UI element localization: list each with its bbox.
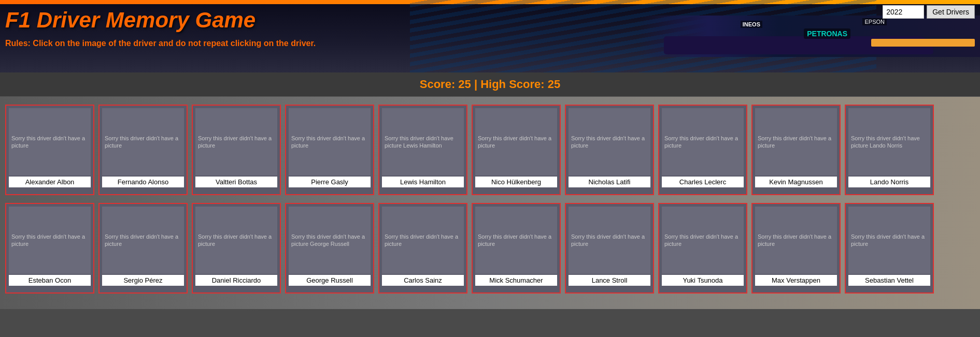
driver-image-area: Sorry this driver didn't have a picture … xyxy=(289,207,371,274)
driver-image-area: Sorry this driver didn't have a picture xyxy=(102,108,184,175)
driver-image-placeholder: Sorry this driver didn't have a picture xyxy=(571,135,648,150)
driver-name: George Russell xyxy=(289,275,371,286)
driver-card[interactable]: Sorry this driver didn't have a pictureN… xyxy=(472,105,561,195)
driver-name: Fernando Alonso xyxy=(102,177,184,187)
driver-image-placeholder: Sorry this driver didn't have a picture … xyxy=(291,233,368,248)
driver-card[interactable]: Sorry this driver didn't have picture Le… xyxy=(378,105,467,195)
driver-image-placeholder: Sorry this driver didn't have a picture xyxy=(478,233,555,248)
driver-name: Carlos Sainz xyxy=(382,275,464,286)
driver-card[interactable]: Sorry this driver didn't have a pictureY… xyxy=(658,203,747,294)
driver-card[interactable]: Sorry this driver didn't have a pictureM… xyxy=(472,203,561,294)
driver-name: Mick Schumacher xyxy=(475,275,557,286)
driver-image-area: Sorry this driver didn't have picture Le… xyxy=(382,108,464,175)
driver-image-placeholder: Sorry this driver didn't have a picture xyxy=(198,135,275,150)
driver-image-placeholder: Sorry this driver didn't have a picture xyxy=(758,233,834,248)
driver-image-placeholder: Sorry this driver didn't have a picture xyxy=(105,233,181,248)
driver-image-area: Sorry this driver didn't have a picture xyxy=(848,207,930,274)
driver-image-area: Sorry this driver didn't have a picture xyxy=(9,207,91,274)
driver-name: Yuki Tsunoda xyxy=(662,275,744,286)
driver-name: Sergio Pérez xyxy=(102,275,184,286)
driver-image-placeholder: Sorry this driver didn't have a picture xyxy=(851,233,928,248)
score-text: Score: 25 | High Score: 25 xyxy=(420,78,560,91)
driver-image-placeholder: Sorry this driver didn't have a picture xyxy=(758,135,834,150)
driver-name: Esteban Ocon xyxy=(9,275,91,286)
driver-card[interactable]: Sorry this driver didn't have a pictureC… xyxy=(658,105,747,195)
driver-card[interactable]: Sorry this driver didn't have a pictureV… xyxy=(192,105,281,195)
driver-name: Lewis Hamilton xyxy=(382,177,464,187)
ineos-badge: INEOS xyxy=(741,21,762,28)
year-input[interactable] xyxy=(883,5,924,19)
driver-image-placeholder: Sorry this driver didn't have a picture xyxy=(11,233,88,248)
driver-name: Lance Stroll xyxy=(569,275,650,286)
driver-image-area: Sorry this driver didn't have picture La… xyxy=(848,108,930,175)
driver-image-area: Sorry this driver didn't have a picture xyxy=(102,207,184,274)
driver-image-placeholder: Sorry this driver didn't have a picture xyxy=(198,233,275,248)
driver-card[interactable]: Sorry this driver didn't have a pictureM… xyxy=(751,203,841,294)
driver-name: Nico Hülkenberg xyxy=(475,177,557,187)
driver-name: Pierre Gasly xyxy=(289,177,371,187)
driver-card[interactable]: Sorry this driver didn't have picture La… xyxy=(845,105,934,195)
petronas-badge: PETRONAS xyxy=(804,28,850,39)
driver-name: Nicholas Latifi xyxy=(569,177,650,187)
driver-image-area: Sorry this driver didn't have a picture xyxy=(195,207,277,274)
driver-image-area: Sorry this driver didn't have a picture xyxy=(662,108,744,175)
driver-image-area: Sorry this driver didn't have a picture xyxy=(195,108,277,175)
driver-image-area: Sorry this driver didn't have a picture xyxy=(569,207,650,274)
driver-card[interactable]: Sorry this driver didn't have a pictureD… xyxy=(192,203,281,294)
driver-name: Valtteri Bottas xyxy=(195,177,277,187)
year-controls: Get Drivers xyxy=(883,5,975,19)
driver-card[interactable]: Sorry this driver didn't have a pictureS… xyxy=(98,203,188,294)
driver-name: Kevin Magnussen xyxy=(755,177,837,187)
driver-name: Alexander Albon xyxy=(9,177,91,187)
cards-section: Sorry this driver didn't have a pictureA… xyxy=(0,97,980,309)
driver-image-placeholder: Sorry this driver didn't have picture Le… xyxy=(385,135,461,150)
driver-card[interactable]: Sorry this driver didn't have a picture … xyxy=(285,203,374,294)
driver-image-placeholder: Sorry this driver didn't have a picture xyxy=(478,135,555,150)
driver-image-placeholder: Sorry this driver didn't have a picture xyxy=(105,135,181,150)
driver-card[interactable]: Sorry this driver didn't have a pictureF… xyxy=(98,105,188,195)
driver-image-area: Sorry this driver didn't have a picture xyxy=(9,108,91,175)
driver-name: Sebastian Vettel xyxy=(848,275,930,286)
driver-image-placeholder: Sorry this driver didn't have picture La… xyxy=(851,135,928,150)
driver-image-area: Sorry this driver didn't have a picture xyxy=(382,207,464,274)
driver-image-area: Sorry this driver didn't have a picture xyxy=(569,108,650,175)
app-title: F1 Driver Memory Game xyxy=(5,8,255,33)
driver-image-placeholder: Sorry this driver didn't have a picture xyxy=(571,233,648,248)
driver-image-area: Sorry this driver didn't have a picture xyxy=(755,108,837,175)
get-drivers-button[interactable]: Get Drivers xyxy=(927,5,975,19)
driver-image-area: Sorry this driver didn't have a picture xyxy=(289,108,371,175)
driver-card[interactable]: Sorry this driver didn't have a pictureC… xyxy=(378,203,467,294)
driver-image-area: Sorry this driver didn't have a picture xyxy=(755,207,837,274)
driver-card[interactable]: Sorry this driver didn't have a pictureA… xyxy=(5,105,94,195)
driver-image-placeholder: Sorry this driver didn't have a picture xyxy=(664,135,741,150)
header: F1 Driver Memory Game Rules: Click on th… xyxy=(0,0,980,72)
driver-name: Max Verstappen xyxy=(755,275,837,286)
game-rules: Rules: Click on the image of the driver … xyxy=(5,39,316,48)
score-bar: Score: 25 | High Score: 25 xyxy=(0,72,980,97)
driver-image-placeholder: Sorry this driver didn't have a picture xyxy=(291,135,368,150)
driver-card[interactable]: Sorry this driver didn't have a pictureS… xyxy=(845,203,934,294)
driver-name: Daniel Ricciardo xyxy=(195,275,277,286)
driver-card[interactable]: Sorry this driver didn't have a pictureN… xyxy=(565,105,654,195)
driver-card[interactable]: Sorry this driver didn't have a pictureL… xyxy=(565,203,654,294)
epson-badge: EPSON xyxy=(862,18,887,25)
driver-card[interactable]: Sorry this driver didn't have a pictureP… xyxy=(285,105,374,195)
driver-name: Lando Norris xyxy=(848,177,930,187)
driver-name: Charles Leclerc xyxy=(662,177,744,187)
driver-image-area: Sorry this driver didn't have a picture xyxy=(475,207,557,274)
driver-card[interactable]: Sorry this driver didn't have a pictureK… xyxy=(751,105,841,195)
driver-image-placeholder: Sorry this driver didn't have a picture xyxy=(385,233,461,248)
driver-image-placeholder: Sorry this driver didn't have a picture xyxy=(664,233,741,248)
driver-image-area: Sorry this driver didn't have a picture xyxy=(475,108,557,175)
driver-image-placeholder: Sorry this driver didn't have a picture xyxy=(11,135,88,150)
driver-image-area: Sorry this driver didn't have a picture xyxy=(662,207,744,274)
driver-card[interactable]: Sorry this driver didn't have a pictureE… xyxy=(5,203,94,294)
row-2: Sorry this driver didn't have a pictureE… xyxy=(5,203,975,294)
row-1: Sorry this driver didn't have a pictureA… xyxy=(5,105,975,195)
